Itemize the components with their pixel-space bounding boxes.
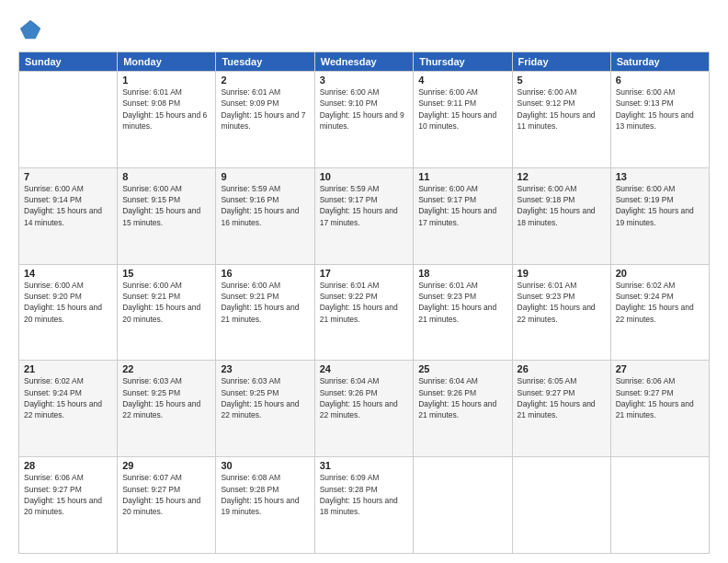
day-number: 24 xyxy=(320,363,409,374)
day-number: 12 xyxy=(518,171,606,182)
day-info: Sunrise: 6:00 AMSunset: 9:21 PMDaylight:… xyxy=(221,280,309,325)
day-info: Sunrise: 6:01 AMSunset: 9:23 PMDaylight:… xyxy=(518,280,606,325)
day-info: Sunrise: 6:03 AMSunset: 9:25 PMDaylight:… xyxy=(221,375,309,420)
table-row: 4Sunrise: 6:00 AMSunset: 9:11 PMDaylight… xyxy=(414,72,512,168)
day-number: 30 xyxy=(221,460,309,471)
day-number: 17 xyxy=(320,268,409,279)
header xyxy=(18,17,710,42)
table-row: 12Sunrise: 6:00 AMSunset: 9:18 PMDayligh… xyxy=(512,167,610,264)
table-row: 30Sunrise: 6:08 AMSunset: 9:28 PMDayligh… xyxy=(216,457,314,554)
table-row: 24Sunrise: 6:04 AMSunset: 9:26 PMDayligh… xyxy=(314,361,414,457)
col-sunday: Sunday xyxy=(19,52,118,72)
table-row: 31Sunrise: 6:09 AMSunset: 9:28 PMDayligh… xyxy=(314,457,414,554)
col-thursday: Thursday xyxy=(414,52,512,72)
table-row xyxy=(512,457,610,554)
day-number: 28 xyxy=(24,460,112,471)
day-number: 16 xyxy=(221,268,309,279)
day-info: Sunrise: 6:00 AMSunset: 9:18 PMDaylight:… xyxy=(518,183,606,228)
table-row: 2Sunrise: 6:01 AMSunset: 9:09 PMDaylight… xyxy=(216,72,314,168)
day-info: Sunrise: 6:05 AMSunset: 9:27 PMDaylight:… xyxy=(518,375,606,420)
table-row xyxy=(414,457,512,554)
day-info: Sunrise: 6:00 AMSunset: 9:17 PMDaylight:… xyxy=(418,183,506,228)
table-row: 3Sunrise: 6:00 AMSunset: 9:10 PMDaylight… xyxy=(314,72,414,168)
day-info: Sunrise: 6:00 AMSunset: 9:19 PMDaylight:… xyxy=(616,183,704,228)
day-number: 21 xyxy=(24,363,112,374)
calendar-week-row: 1Sunrise: 6:01 AMSunset: 9:08 PMDaylight… xyxy=(19,72,710,168)
day-info: Sunrise: 6:00 AMSunset: 9:13 PMDaylight:… xyxy=(616,86,704,132)
table-row: 22Sunrise: 6:03 AMSunset: 9:25 PMDayligh… xyxy=(118,361,216,457)
svg-marker-0 xyxy=(20,20,40,40)
day-info: Sunrise: 6:01 AMSunset: 9:09 PMDaylight:… xyxy=(221,86,309,132)
logo xyxy=(18,17,48,42)
day-info: Sunrise: 6:01 AMSunset: 9:08 PMDaylight:… xyxy=(122,86,210,132)
table-row: 10Sunrise: 5:59 AMSunset: 9:17 PMDayligh… xyxy=(314,167,414,264)
day-info: Sunrise: 6:04 AMSunset: 9:26 PMDaylight:… xyxy=(418,375,506,420)
table-row: 28Sunrise: 6:06 AMSunset: 9:27 PMDayligh… xyxy=(19,457,118,554)
col-friday: Friday xyxy=(512,52,610,72)
table-row: 7Sunrise: 6:00 AMSunset: 9:14 PMDaylight… xyxy=(19,167,118,264)
day-number: 25 xyxy=(418,363,506,374)
day-number: 3 xyxy=(320,75,409,86)
col-monday: Monday xyxy=(118,52,216,72)
table-row: 16Sunrise: 6:00 AMSunset: 9:21 PMDayligh… xyxy=(216,264,314,361)
table-row xyxy=(610,457,709,554)
calendar-header-row: Sunday Monday Tuesday Wednesday Thursday… xyxy=(19,52,710,72)
day-number: 5 xyxy=(518,75,606,86)
day-number: 7 xyxy=(24,171,112,182)
table-row: 25Sunrise: 6:04 AMSunset: 9:26 PMDayligh… xyxy=(414,361,512,457)
day-info: Sunrise: 6:00 AMSunset: 9:15 PMDaylight:… xyxy=(122,183,210,228)
table-row: 8Sunrise: 6:00 AMSunset: 9:15 PMDaylight… xyxy=(118,167,216,264)
calendar-page: Sunday Monday Tuesday Wednesday Thursday… xyxy=(0,0,728,563)
day-number: 15 xyxy=(122,268,210,279)
day-number: 29 xyxy=(122,460,210,471)
day-number: 1 xyxy=(122,75,210,86)
day-number: 13 xyxy=(616,171,704,182)
day-info: Sunrise: 6:02 AMSunset: 9:24 PMDaylight:… xyxy=(24,375,112,420)
day-number: 22 xyxy=(122,363,210,374)
table-row: 18Sunrise: 6:01 AMSunset: 9:23 PMDayligh… xyxy=(414,264,512,361)
day-info: Sunrise: 6:06 AMSunset: 9:27 PMDaylight:… xyxy=(24,472,112,517)
day-info: Sunrise: 6:00 AMSunset: 9:12 PMDaylight:… xyxy=(518,86,606,132)
day-number: 11 xyxy=(418,171,506,182)
table-row: 14Sunrise: 6:00 AMSunset: 9:20 PMDayligh… xyxy=(19,264,118,361)
day-info: Sunrise: 6:04 AMSunset: 9:26 PMDaylight:… xyxy=(320,375,409,420)
col-tuesday: Tuesday xyxy=(216,52,314,72)
table-row: 27Sunrise: 6:06 AMSunset: 9:27 PMDayligh… xyxy=(610,361,709,457)
day-number: 18 xyxy=(418,268,506,279)
table-row: 19Sunrise: 6:01 AMSunset: 9:23 PMDayligh… xyxy=(512,264,610,361)
day-info: Sunrise: 6:00 AMSunset: 9:10 PMDaylight:… xyxy=(320,86,409,132)
day-number: 6 xyxy=(616,75,704,86)
day-number: 26 xyxy=(518,363,606,374)
day-info: Sunrise: 6:00 AMSunset: 9:14 PMDaylight:… xyxy=(24,183,112,228)
table-row xyxy=(19,72,118,168)
day-info: Sunrise: 6:01 AMSunset: 9:23 PMDaylight:… xyxy=(418,280,506,325)
table-row: 6Sunrise: 6:00 AMSunset: 9:13 PMDaylight… xyxy=(610,72,709,168)
table-row: 11Sunrise: 6:00 AMSunset: 9:17 PMDayligh… xyxy=(414,167,512,264)
day-number: 4 xyxy=(418,75,506,86)
table-row: 1Sunrise: 6:01 AMSunset: 9:08 PMDaylight… xyxy=(118,72,216,168)
day-info: Sunrise: 6:01 AMSunset: 9:22 PMDaylight:… xyxy=(320,280,409,325)
day-info: Sunrise: 6:00 AMSunset: 9:20 PMDaylight:… xyxy=(24,280,112,325)
day-number: 8 xyxy=(122,171,210,182)
calendar-week-row: 21Sunrise: 6:02 AMSunset: 9:24 PMDayligh… xyxy=(19,361,710,457)
day-info: Sunrise: 6:02 AMSunset: 9:24 PMDaylight:… xyxy=(616,280,704,325)
table-row: 9Sunrise: 5:59 AMSunset: 9:16 PMDaylight… xyxy=(216,167,314,264)
table-row: 23Sunrise: 6:03 AMSunset: 9:25 PMDayligh… xyxy=(216,361,314,457)
col-saturday: Saturday xyxy=(610,52,709,72)
day-info: Sunrise: 6:06 AMSunset: 9:27 PMDaylight:… xyxy=(616,375,704,420)
day-number: 19 xyxy=(518,268,606,279)
calendar-week-row: 7Sunrise: 6:00 AMSunset: 9:14 PMDaylight… xyxy=(19,167,710,264)
day-number: 2 xyxy=(221,75,309,86)
day-number: 20 xyxy=(616,268,704,279)
table-row: 21Sunrise: 6:02 AMSunset: 9:24 PMDayligh… xyxy=(19,361,118,457)
day-number: 27 xyxy=(616,363,704,374)
table-row: 15Sunrise: 6:00 AMSunset: 9:21 PMDayligh… xyxy=(118,264,216,361)
table-row: 5Sunrise: 6:00 AMSunset: 9:12 PMDaylight… xyxy=(512,72,610,168)
table-row: 20Sunrise: 6:02 AMSunset: 9:24 PMDayligh… xyxy=(610,264,709,361)
day-info: Sunrise: 6:07 AMSunset: 9:27 PMDaylight:… xyxy=(122,472,210,517)
day-info: Sunrise: 5:59 AMSunset: 9:16 PMDaylight:… xyxy=(221,183,309,228)
day-number: 23 xyxy=(221,363,309,374)
day-info: Sunrise: 6:03 AMSunset: 9:25 PMDaylight:… xyxy=(122,375,210,420)
table-row: 13Sunrise: 6:00 AMSunset: 9:19 PMDayligh… xyxy=(610,167,709,264)
table-row: 17Sunrise: 6:01 AMSunset: 9:22 PMDayligh… xyxy=(314,264,414,361)
